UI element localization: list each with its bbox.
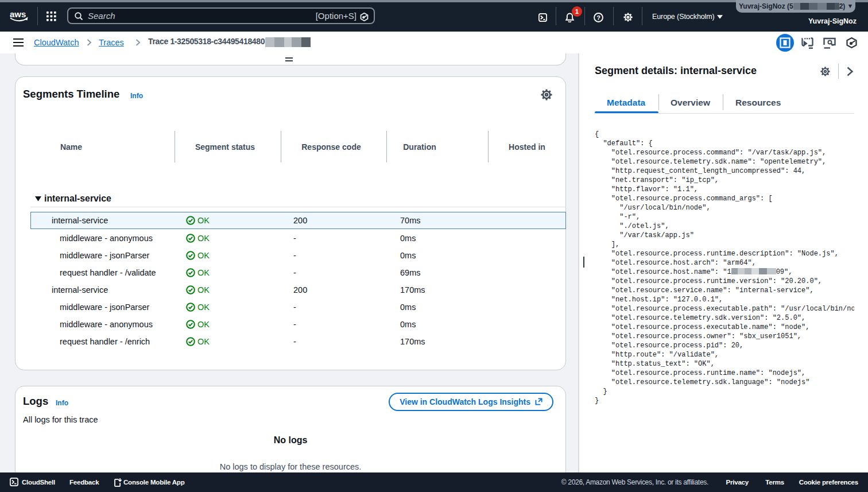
svg-text:?: ? xyxy=(596,14,600,21)
svg-text:aws: aws xyxy=(10,9,26,19)
